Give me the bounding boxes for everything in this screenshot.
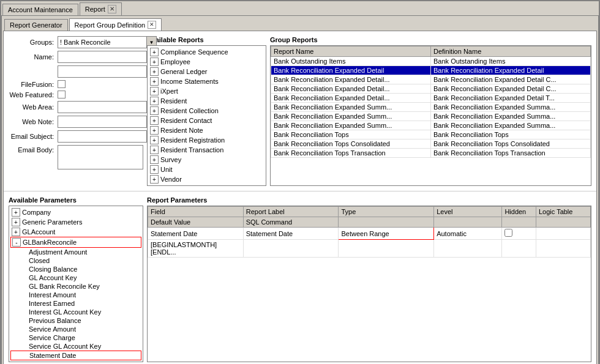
param-child-item[interactable]: Closed (10, 256, 141, 265)
params-col-field[interactable]: Field (148, 207, 244, 217)
param-child-item[interactable]: Service Amount (10, 325, 141, 333)
group-reports-table-container[interactable]: Report Name Definition Name Bank Outstan… (270, 45, 591, 186)
param-child-item[interactable]: Interest GL Account Key (10, 308, 141, 316)
tree-item-resident-contact[interactable]: + Resident Contact (149, 116, 264, 125)
tab-report[interactable]: Report ✕ (80, 2, 122, 15)
param-tree-container[interactable]: + Company + Generic Parameters + GLAccou… (9, 206, 143, 362)
group-reports-row[interactable]: Bank Reconciliation Expanded DetailBank … (271, 66, 591, 75)
sub-tab-report-generator[interactable]: Report Generator (4, 19, 68, 31)
groups-input[interactable]: ! Bank Reconcile (58, 36, 147, 48)
params-col-level[interactable]: Level (434, 207, 502, 217)
expander-compliance[interactable]: + (150, 48, 159, 56)
tree-item-resident-note[interactable]: + Resident Note (149, 125, 264, 135)
tab-close-report[interactable]: ✕ (108, 5, 116, 13)
web-area-input[interactable]: Select Document Type (58, 101, 147, 113)
available-reports-tree[interactable]: + Compliance Sequence + Employee + Gener… (147, 45, 266, 186)
tree-item-general-ledger[interactable]: + General Ledger (149, 67, 264, 76)
content-panel: Groups: ! Bank Reconcile ▼ Name: ! Bank … (3, 31, 597, 364)
param-item-glaccount[interactable]: + GLAccount (10, 227, 141, 237)
sub-tab-close[interactable]: ✕ (148, 21, 156, 29)
param-child-item[interactable]: Statement Date (10, 351, 141, 360)
param-child-item[interactable]: Service Charge (10, 333, 141, 342)
param-child-item[interactable]: Interest Earned (10, 299, 141, 308)
expander-employee[interactable]: + (150, 58, 159, 66)
param-label-generic: Generic Parameters (22, 218, 82, 226)
expander-company[interactable]: + (12, 208, 20, 217)
group-reports-row[interactable]: Bank Reconciliation Expanded Detail...Ba… (271, 84, 591, 94)
params-row-default-value[interactable]: [BEGINLASTMONTH][ENDL... (148, 240, 591, 258)
params-col-hidden[interactable]: Hidden (502, 207, 536, 217)
tree-item-resident-collection[interactable]: + Resident Collection (149, 106, 264, 116)
email-body-label: Email Body: (9, 145, 58, 154)
params-table-container[interactable]: Field Report Label Type Level Hidden Log… (147, 206, 591, 362)
email-body-input[interactable] (58, 145, 143, 169)
group-reports-row[interactable]: Bank Reconciliation Expanded Summ...Bank… (271, 121, 591, 130)
expander-resident-contact[interactable]: + (150, 116, 159, 125)
params-col-logic-table[interactable]: Logic Table (536, 207, 590, 217)
name-input[interactable]: ! Bank Reconcile (58, 51, 147, 63)
params-col-type[interactable]: Type (339, 207, 434, 217)
tree-item-resident[interactable]: + Resident (149, 96, 264, 106)
param-item-glbankreconcile[interactable]: - GLBankReconcile (10, 237, 141, 248)
param-item-company[interactable]: + Company (10, 207, 141, 217)
group-reports-row[interactable]: Bank Reconciliation Expanded Detail...Ba… (271, 75, 591, 84)
tree-item-compliance[interactable]: + Compliance Sequence (149, 47, 264, 57)
hidden-checkbox[interactable] (504, 229, 512, 237)
expander-survey[interactable]: + (150, 155, 159, 164)
sub-tab-report-group-definition[interactable]: Report Group Definition ✕ (69, 18, 162, 31)
param-child-label: Interest GL Account Key (29, 308, 101, 316)
tree-item-employee[interactable]: + Employee (149, 57, 264, 67)
expander-glaccount[interactable]: + (12, 228, 20, 236)
expander-ixpert[interactable]: + (150, 87, 159, 95)
expander-general-ledger[interactable]: + (150, 67, 159, 76)
group-reports-row[interactable]: Bank Reconciliation Tops TransactionBank… (271, 149, 591, 158)
params-type-between-range[interactable]: Between Range (339, 228, 434, 240)
param-child-item[interactable]: Service GL Account Key (10, 342, 141, 351)
params-row-statement-date[interactable]: Statement Date Statement Date Between Ra… (148, 228, 591, 240)
expander-resident-note[interactable]: + (150, 126, 159, 135)
tree-item-ixpert[interactable]: + iXpert (149, 86, 264, 96)
col-definition-name[interactable]: Definition Name (431, 46, 591, 57)
tree-item-resident-registration[interactable]: + Resident Registration (149, 135, 264, 145)
group-reports-row[interactable]: Bank Reconciliation Tops ConsolidatedBan… (271, 139, 591, 149)
tree-item-vendor[interactable]: + Vendor (149, 174, 264, 184)
date-input[interactable]: [BEGINLASTMONTH][ENDLASTMONTH] (58, 65, 147, 78)
expander-resident-transaction[interactable]: + (150, 146, 159, 154)
expander-income-statements[interactable]: + (150, 77, 159, 86)
param-item-generic[interactable]: + Generic Parameters (10, 217, 141, 227)
tree-label-ixpert: iXpert (160, 87, 178, 95)
group-reports-row[interactable]: Bank Reconciliation TopsBank Reconciliat… (271, 130, 591, 139)
params-report-label-statement-date: Statement Date (243, 228, 339, 240)
expander-glbankreconcile[interactable]: - (12, 238, 21, 247)
expander-vendor[interactable]: + (150, 175, 159, 184)
email-subject-input[interactable] (58, 130, 147, 143)
tree-item-resident-transaction[interactable]: + Resident Transaction (149, 145, 264, 155)
tree-label-resident-transaction: Resident Transaction (160, 146, 223, 154)
tab-account-maintenance[interactable]: Account Maintenance (2, 4, 78, 15)
expander-unit[interactable]: + (150, 165, 159, 174)
param-child-item[interactable]: GL Account Key (10, 273, 141, 282)
group-reports-row[interactable]: Bank Reconciliation Expanded Summ...Bank… (271, 103, 591, 112)
param-child-item[interactable]: Previous Balance (10, 316, 141, 325)
param-child-item[interactable]: Closing Balance (10, 265, 141, 273)
available-reports-panel: Available Reports + Compliance Sequence … (147, 36, 266, 186)
expander-generic[interactable]: + (12, 218, 20, 226)
tree-item-income-statements[interactable]: + Income Statements (149, 76, 264, 86)
expander-resident-registration[interactable]: + (150, 136, 159, 144)
group-reports-row[interactable]: Bank Reconciliation Expanded Summ...Bank… (271, 112, 591, 121)
web-featured-checkbox[interactable] (58, 91, 66, 98)
web-note-input[interactable] (58, 116, 147, 128)
param-child-item[interactable]: Interest Amount (10, 291, 141, 299)
param-child-item[interactable]: GL Bank Reconcile Key (10, 282, 141, 291)
tree-item-unit[interactable]: + Unit (149, 165, 264, 174)
group-reports-row[interactable]: Bank Reconciliation Expanded Detail...Ba… (271, 94, 591, 103)
groups-row: Groups: ! Bank Reconcile ▼ (9, 36, 143, 48)
expander-resident-collection[interactable]: + (150, 106, 159, 115)
tree-item-survey[interactable]: + Survey (149, 155, 264, 165)
filefusion-checkbox[interactable] (58, 80, 66, 88)
param-child-item[interactable]: Adjustment Amount (10, 248, 141, 256)
col-report-name[interactable]: Report Name (271, 46, 431, 57)
group-reports-row[interactable]: Bank Outstanding ItemsBank Outstanding I… (271, 57, 591, 66)
expander-resident[interactable]: + (150, 97, 159, 105)
params-col-report-label[interactable]: Report Label (243, 207, 339, 217)
